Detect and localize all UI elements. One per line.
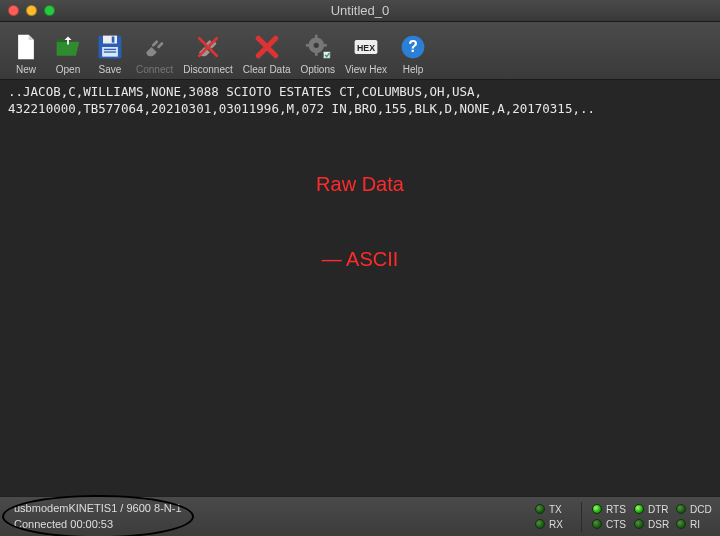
led-icon	[535, 519, 545, 529]
viewhex-label: View Hex	[345, 64, 387, 75]
open-label: Open	[56, 64, 80, 75]
signal-ri: RI	[676, 519, 712, 530]
svg-point-7	[313, 43, 318, 48]
signal-rts: RTS	[592, 504, 628, 515]
connect-label: Connect	[136, 64, 173, 75]
save-label: Save	[99, 64, 122, 75]
save-floppy-icon	[96, 32, 124, 62]
signal-rx: RX	[535, 519, 571, 530]
clear-label: Clear Data	[243, 64, 291, 75]
window-titlebar: Untitled_0	[0, 0, 720, 22]
help-label: Help	[403, 64, 424, 75]
annotation-line1: Raw Data	[316, 172, 404, 197]
led-icon	[676, 504, 686, 514]
terminal-line: ..JACOB,C,WILLIAMS,NONE,3088 SCIOTO ESTA…	[8, 84, 482, 99]
status-bar: usbmodemKINETIS1 / 9600 8-N-1 Connected …	[0, 496, 720, 536]
led-icon	[592, 519, 602, 529]
connection-status: Connected 00:00:53	[14, 517, 182, 533]
open-button[interactable]: Open	[48, 30, 88, 77]
svg-rect-10	[306, 44, 310, 47]
svg-rect-4	[104, 49, 116, 50]
svg-rect-11	[322, 44, 326, 47]
new-file-icon	[12, 32, 40, 62]
led-icon	[676, 519, 686, 529]
annotation-line2: — ASCII	[316, 247, 404, 272]
open-folder-icon	[54, 32, 82, 62]
svg-rect-2	[112, 37, 115, 43]
window-title: Untitled_0	[0, 3, 720, 18]
svg-rect-1	[103, 36, 117, 44]
toolbar: New Open Save Connect Disconnect Clear D…	[0, 22, 720, 80]
options-button[interactable]: Options	[297, 30, 339, 77]
led-icon	[634, 504, 644, 514]
connect-button: Connect	[132, 30, 177, 77]
help-button[interactable]: ? Help	[393, 30, 433, 77]
svg-text:?: ?	[408, 38, 418, 55]
led-icon	[634, 519, 644, 529]
svg-rect-5	[104, 51, 116, 52]
new-label: New	[16, 64, 36, 75]
hex-icon: HEX	[352, 32, 380, 62]
signal-dtr: DTR	[634, 504, 670, 515]
terminal-output[interactable]: ..JACOB,C,WILLIAMS,NONE,3088 SCIOTO ESTA…	[0, 80, 720, 496]
connect-plug-icon	[141, 32, 169, 62]
help-icon: ?	[399, 32, 427, 62]
signal-dsr: DSR	[634, 519, 670, 530]
terminal-line: 432210000,TB577064,20210301,03011996,M,0…	[8, 101, 595, 116]
annotation-overlay: Raw Data — ASCII	[316, 122, 404, 322]
minimize-window-button[interactable]	[26, 5, 37, 16]
svg-text:HEX: HEX	[357, 43, 375, 53]
gear-icon	[304, 32, 332, 62]
disconnect-plug-icon	[194, 32, 222, 62]
window-controls	[0, 5, 55, 16]
led-icon	[535, 504, 545, 514]
zoom-window-button[interactable]	[44, 5, 55, 16]
options-label: Options	[301, 64, 335, 75]
signal-tx: TX	[535, 504, 571, 515]
close-window-button[interactable]	[8, 5, 19, 16]
divider	[581, 502, 582, 532]
svg-rect-9	[315, 51, 318, 55]
signal-dcd: DCD	[676, 504, 712, 515]
clear-x-icon	[253, 32, 281, 62]
port-info: usbmodemKINETIS1 / 9600 8-N-1	[14, 501, 182, 517]
clear-data-button[interactable]: Clear Data	[239, 30, 295, 77]
connection-info: usbmodemKINETIS1 / 9600 8-N-1 Connected …	[8, 499, 188, 535]
led-icon	[592, 504, 602, 514]
view-hex-button[interactable]: HEX View Hex	[341, 30, 391, 77]
disconnect-label: Disconnect	[183, 64, 232, 75]
svg-rect-8	[315, 35, 318, 39]
signal-cts: CTS	[592, 519, 628, 530]
signal-indicators: TX RX RTS CTS DTR DSR DCD RI	[535, 502, 712, 532]
disconnect-button[interactable]: Disconnect	[179, 30, 236, 77]
save-button[interactable]: Save	[90, 30, 130, 77]
new-button[interactable]: New	[6, 30, 46, 77]
